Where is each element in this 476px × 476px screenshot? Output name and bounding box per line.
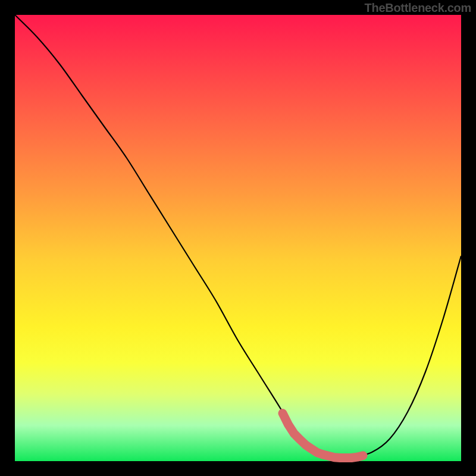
chart-plot-area: [15, 15, 461, 461]
chart-svg: [15, 15, 461, 461]
watermark-text: TheBottleneck.com: [365, 1, 471, 15]
flat-bottom-marker: [283, 414, 363, 458]
bottleneck-curve-line: [15, 15, 461, 457]
